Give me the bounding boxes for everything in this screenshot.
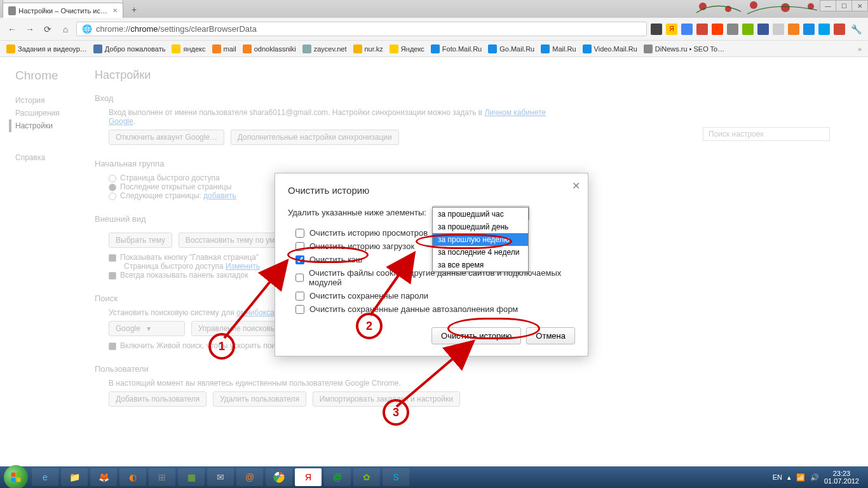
disconnect-account-button[interactable]: Отключить аккаунт Google… bbox=[109, 130, 224, 145]
sign-in-text: Вход выполнен от имени пользователя shar… bbox=[109, 108, 485, 117]
window-maximize[interactable]: ☐ bbox=[836, 0, 852, 11]
nav-history[interactable]: История bbox=[15, 94, 95, 107]
chevron-icon[interactable]: » bbox=[858, 45, 862, 53]
ext-icon[interactable] bbox=[651, 24, 662, 35]
search-engine-select[interactable]: Google ▾ bbox=[109, 321, 185, 336]
volume-icon[interactable]: 🔊 bbox=[810, 473, 819, 482]
bookmark-item[interactable]: Задания и видеоур… bbox=[6, 44, 87, 53]
choose-theme-button[interactable]: Выбрать тему bbox=[109, 233, 172, 248]
search-text: Установить поисковую систему для bbox=[109, 308, 236, 317]
ext-icon[interactable] bbox=[773, 24, 784, 35]
page-title: Настройки bbox=[95, 69, 565, 82]
time-range-option[interactable]: за прошедший день bbox=[433, 220, 528, 233]
taskbar-app-icon[interactable]: @ bbox=[236, 468, 263, 486]
startup-option[interactable]: Следующие страницы: bbox=[120, 191, 201, 200]
clear-data-option[interactable]: Очистить сохраненные данные автозаполнен… bbox=[288, 302, 575, 316]
taskbar-app-icon[interactable]: @ bbox=[324, 468, 351, 486]
show-home-checkbox[interactable]: Показывать кнопку "Главная страница" bbox=[120, 253, 259, 262]
taskbar-yandex-icon[interactable]: Я bbox=[295, 468, 322, 486]
home-button[interactable]: ⌂ bbox=[58, 22, 72, 36]
ext-icon[interactable] bbox=[742, 24, 754, 35]
ext-google-icon[interactable] bbox=[681, 24, 693, 35]
network-icon[interactable]: 📶 bbox=[796, 473, 805, 482]
globe-icon: 🌐 bbox=[82, 24, 92, 34]
bookmark-item[interactable]: Go.Mail.Ru bbox=[488, 44, 534, 53]
bookmark-item[interactable]: Добро пожаловать bbox=[93, 44, 166, 53]
window-close[interactable]: ✕ bbox=[851, 0, 868, 11]
show-bookmarks-checkbox[interactable]: Всегда показывать панель закладок bbox=[120, 271, 248, 280]
ext-icon[interactable] bbox=[712, 24, 723, 35]
bookmark-item[interactable]: odnoklassniki bbox=[243, 44, 296, 53]
taskbar-ie-icon[interactable]: e bbox=[32, 468, 58, 486]
settings-search-input[interactable]: Поиск настроек bbox=[703, 127, 830, 141]
svg-rect-11 bbox=[17, 478, 20, 482]
change-home-link[interactable]: Изменить bbox=[226, 262, 260, 271]
delete-user-button[interactable]: Удалить пользователя bbox=[213, 391, 306, 407]
section-heading: Пользователи bbox=[95, 364, 565, 374]
back-button[interactable]: ← bbox=[5, 22, 19, 36]
start-button[interactable] bbox=[4, 465, 28, 488]
ext-icon[interactable] bbox=[818, 24, 830, 35]
bookmark-item[interactable]: DiNews.ru • SEO To… bbox=[644, 44, 724, 53]
time-range-option[interactable]: за прошедший час bbox=[433, 208, 528, 220]
taskbar-chrome-icon[interactable] bbox=[266, 468, 292, 486]
taskbar-skype-icon[interactable]: S bbox=[383, 468, 409, 486]
clock[interactable]: 23:23 01.07.2012 bbox=[824, 470, 859, 485]
time-range-option[interactable]: за все время bbox=[433, 259, 528, 271]
taskbar-icq-icon[interactable]: ✿ bbox=[353, 468, 380, 486]
add-user-button[interactable]: Добавить пользователя bbox=[109, 391, 207, 407]
checkbox[interactable] bbox=[295, 273, 304, 282]
tray-chevron-icon[interactable]: ▴ bbox=[787, 473, 791, 482]
bookmark-item[interactable]: Foto.Mail.Ru bbox=[431, 44, 482, 53]
nav-help[interactable]: Справка bbox=[15, 151, 95, 164]
section-heading: Вход bbox=[95, 93, 565, 103]
browser-tab[interactable]: Настройки – Очистить ис…✕ bbox=[3, 3, 123, 18]
taskbar-app-icon[interactable]: ◐ bbox=[119, 468, 146, 486]
reload-button[interactable]: ⟳ bbox=[41, 22, 55, 36]
bookmark-item[interactable]: яндекс bbox=[172, 44, 205, 53]
ext-icon[interactable] bbox=[803, 24, 815, 35]
navigation-bar: ← → ⟳ ⌂ 🌐 chrome://chrome/settings/clear… bbox=[0, 18, 868, 41]
add-pages-link[interactable]: добавить bbox=[203, 191, 236, 200]
forward-button[interactable]: → bbox=[23, 22, 37, 36]
users-text: В настоящий момент вы являетесь единстве… bbox=[109, 379, 565, 388]
language-indicator[interactable]: EN bbox=[773, 473, 782, 481]
svg-point-2 bbox=[750, 1, 757, 9]
bookmark-item[interactable]: Video.Mail.Ru bbox=[583, 44, 637, 53]
nav-settings[interactable]: Настройки bbox=[9, 119, 95, 132]
bookmark-label: nur.kz bbox=[365, 45, 383, 53]
ext-icon[interactable] bbox=[696, 24, 708, 35]
section-sign-in: Вход Вход выполнен от имени пользователя… bbox=[95, 93, 565, 145]
taskbar-app-icon[interactable]: ⊞ bbox=[149, 468, 175, 486]
taskbar-firefox-icon[interactable]: 🦊 bbox=[90, 468, 117, 486]
startup-option[interactable]: Последние открытые страницы bbox=[120, 182, 231, 191]
ext-icon[interactable] bbox=[757, 24, 769, 35]
bookmark-item[interactable]: Яндекс bbox=[390, 44, 424, 53]
checkbox[interactable] bbox=[295, 292, 304, 301]
bookmark-item[interactable]: zaycev.net bbox=[302, 44, 347, 53]
clear-data-option[interactable]: Очистить сохраненные пароли bbox=[288, 289, 575, 302]
ext-icon[interactable] bbox=[727, 24, 738, 35]
new-tab-button[interactable]: + bbox=[127, 3, 141, 17]
bookmark-item[interactable]: nur.kz bbox=[353, 44, 383, 53]
checkbox[interactable] bbox=[295, 229, 304, 238]
startup-option[interactable]: Страница быстрого доступа bbox=[120, 173, 220, 182]
bookmark-item[interactable]: mail bbox=[212, 44, 236, 53]
ext-yandex-icon[interactable]: Я bbox=[666, 24, 677, 35]
omnibox[interactable]: 🌐 chrome://chrome/settings/clearBrowserD… bbox=[76, 22, 647, 36]
taskbar-explorer-icon[interactable]: 📁 bbox=[61, 468, 88, 486]
ext-icon[interactable] bbox=[834, 24, 845, 35]
nav-extensions[interactable]: Расширения bbox=[15, 107, 95, 119]
close-tab-icon[interactable]: ✕ bbox=[112, 7, 118, 14]
window-minimize[interactable]: — bbox=[820, 0, 836, 11]
clear-data-option[interactable]: Очистить файлы cookie и другие данные са… bbox=[288, 266, 575, 289]
sync-settings-button[interactable]: Дополнительные настройки синхронизации bbox=[231, 130, 399, 145]
ext-icon[interactable] bbox=[788, 24, 799, 35]
omnibox-link[interactable]: омнибокса bbox=[236, 308, 275, 317]
wrench-menu-icon[interactable]: 🔧 bbox=[849, 22, 863, 36]
close-icon[interactable]: ✕ bbox=[572, 180, 580, 192]
checkbox[interactable] bbox=[295, 305, 304, 314]
bookmark-item[interactable]: Mail.Ru bbox=[541, 44, 576, 53]
taskbar-app-icon[interactable]: ▦ bbox=[178, 468, 205, 486]
taskbar-mail-icon[interactable]: ✉ bbox=[207, 468, 234, 486]
